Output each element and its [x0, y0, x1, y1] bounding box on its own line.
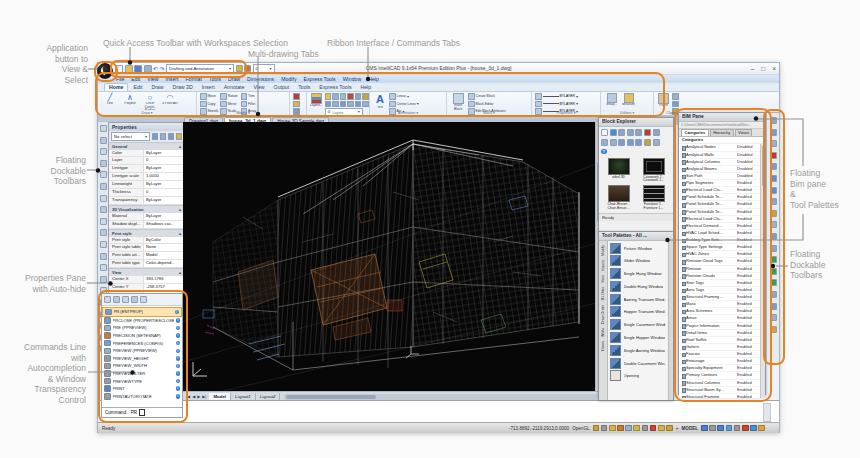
toolbar-icon[interactable] [770, 163, 777, 170]
ribbon-tab[interactable]: Draw 3D [168, 84, 196, 91]
command-window-scrollbar[interactable] [763, 403, 771, 422]
toolbar-icon[interactable] [770, 221, 777, 228]
ribbon-annotation-button[interactable]: Center Lines ▾ [389, 101, 419, 108]
command-toolbar-icon[interactable] [140, 296, 147, 303]
paste-button[interactable]: Paste [657, 93, 670, 108]
status-toggle-icon[interactable] [750, 425, 757, 432]
bim-category-row[interactable]: Analytical Columns Disabled [679, 159, 761, 166]
palette-tool[interactable]: Double Hung Window [610, 281, 666, 292]
block-explorer-tool-icon[interactable] [610, 139, 617, 146]
layer-tool-icon[interactable] [347, 101, 354, 108]
status-toggle-icon[interactable] [734, 425, 741, 432]
ribbon-draw-button[interactable]: ╱ Line [101, 93, 119, 110]
layer-tool-icon[interactable] [362, 101, 369, 108]
toolbar-icon[interactable] [770, 233, 777, 240]
ribbon-draw-button[interactable]: ◠ 3-Point Arc [161, 93, 179, 110]
status-toggle-icon[interactable] [726, 425, 733, 432]
bim-category-row[interactable]: Electrical Load Cla... Enabled [679, 187, 761, 194]
group-label-utilities[interactable]: Utilities ▾ [601, 111, 653, 115]
block-explorer-tool-icon[interactable] [618, 139, 625, 146]
bim-tab[interactable]: Categories [681, 129, 709, 136]
ribbon-tab[interactable]: Draw [147, 84, 167, 91]
status-toggle-icon[interactable] [658, 425, 665, 432]
property-row[interactable]: Center X383.1786 [109, 276, 184, 284]
group-label-draw[interactable]: Draw ▾ [98, 111, 196, 115]
toolbar-icon[interactable] [770, 256, 777, 263]
ribbon-erase-icon[interactable] [293, 101, 300, 108]
bim-tab[interactable]: Views [735, 129, 753, 136]
palette-tool[interactable]: Opening [610, 370, 666, 381]
prev-tab-button[interactable]: ◀ [192, 394, 195, 399]
menu-item[interactable]: Window [343, 76, 361, 82]
layer-quick-select[interactable]: 0 ▾ [253, 64, 275, 73]
bim-tab[interactable]: Hierarchy [710, 129, 734, 136]
toolbar-icon[interactable] [770, 303, 777, 310]
menu-item[interactable]: Edit [131, 76, 140, 82]
last-tab-button[interactable]: ▶| [202, 394, 206, 399]
properties-header-icon[interactable] [176, 133, 183, 140]
section-header[interactable]: Print style▴ [109, 229, 184, 237]
status-toggle-icon[interactable] [717, 425, 724, 432]
toolbar-icon[interactable] [770, 314, 777, 321]
menu-item[interactable]: Help [368, 76, 379, 82]
autocomplete-item[interactable]: PRINTAUTOROTATE i [102, 393, 182, 401]
menu-item[interactable]: Draw [228, 76, 240, 82]
property-row[interactable]: LinetypeByLayer [109, 165, 184, 173]
bim-category-row[interactable]: Revision Enabled [679, 266, 761, 273]
group-label-layers[interactable]: Layers [307, 111, 369, 115]
ribbon-tab[interactable]: Home [104, 83, 128, 91]
autocomplete-item[interactable]: PRECISION (SETESNAP) i [102, 332, 182, 340]
bim-category-row[interactable]: Area Tags Enabled [679, 287, 761, 294]
status-toggle-icon[interactable] [650, 425, 657, 432]
bim-tree-root[interactable]: Categories [679, 137, 765, 144]
menu-item[interactable]: View [147, 76, 158, 82]
palette-tool[interactable]: Hopper Transom Wind... [610, 306, 666, 317]
bim-category-row[interactable]: Detail Items Enabled [679, 330, 761, 337]
bim-category-row[interactable]: HVAC Zones Enabled [679, 251, 761, 258]
toolbar-icon[interactable] [100, 264, 107, 271]
toolbar-icon[interactable] [770, 279, 777, 286]
ribbon-annotation-button[interactable]: Linear ▾ [389, 93, 419, 100]
bim-category-row[interactable]: Building Type Setti... Enabled [679, 237, 761, 244]
bim-category-row[interactable]: Structural Columns Enabled [679, 380, 761, 387]
property-combo[interactable]: BYLAYER ▾ [535, 101, 578, 108]
layer-tool-icon[interactable] [355, 93, 362, 100]
section-header[interactable]: 3D Visualisation▴ [109, 205, 184, 213]
ribbon-tab[interactable]: Help [356, 84, 375, 91]
toolbar-icon[interactable] [100, 276, 107, 283]
insert-block-button[interactable]: Insert Block [450, 93, 466, 111]
clipboard-tool-icon[interactable] [672, 93, 679, 100]
block-thumbnail[interactable]: arbol 3D [602, 158, 635, 184]
toolbar-icon[interactable] [100, 206, 107, 213]
status-toggle-icon[interactable] [758, 425, 765, 432]
qat-icon[interactable] [115, 65, 123, 73]
command-toolbar-icon[interactable] [122, 296, 129, 303]
property-row[interactable]: MaterialByLayer [109, 213, 184, 221]
bim-category-row[interactable]: Stair Tags Enabled [679, 280, 761, 287]
menu-item[interactable]: Insert [165, 76, 178, 82]
block-thumbnail[interactable]: Chair-Breuer - Chair-Breue... [602, 185, 635, 211]
ribbon-tab[interactable]: Edit [129, 84, 146, 91]
first-tab-button[interactable]: |◀ [186, 394, 190, 399]
palette-tab[interactable]: Draw Order [600, 305, 607, 324]
layer-tool-icon[interactable] [340, 93, 347, 100]
properties-header-icon[interactable] [152, 133, 159, 140]
title-bar[interactable]: ↶ ↷ Drafting and Annotation ▾ 0 ▾ CMS In… [98, 63, 779, 75]
bim-category-row[interactable]: Areas Enabled [679, 315, 761, 322]
layer-tool-icon[interactable] [325, 93, 332, 100]
palette-tool[interactable]: Glider Window [610, 255, 666, 266]
bim-category-row[interactable]: Entourage Enabled [679, 358, 761, 365]
toolbar-icon[interactable] [770, 117, 777, 124]
status-toggle-icon[interactable] [625, 425, 632, 432]
ribbon-modify-button[interactable]: Fillet [241, 101, 259, 108]
autocomplete-item[interactable]: PREVIEW (PPREVIEW) i [102, 347, 182, 355]
workspace-select[interactable]: Drafting and Annotation ▾ [166, 64, 234, 73]
status-toggle-icon[interactable] [609, 425, 616, 432]
property-row[interactable]: Print table typeColor-depend... [109, 260, 184, 268]
toolbar-icon[interactable] [770, 210, 777, 217]
toolbar-icon[interactable] [100, 195, 107, 202]
ribbon-tab[interactable]: Annotate [220, 84, 249, 91]
command-toolbar-icon[interactable] [104, 296, 111, 303]
palette-tab[interactable]: Inquiry [600, 260, 607, 271]
ribbon-modify-button[interactable]: Rotate [220, 93, 238, 100]
